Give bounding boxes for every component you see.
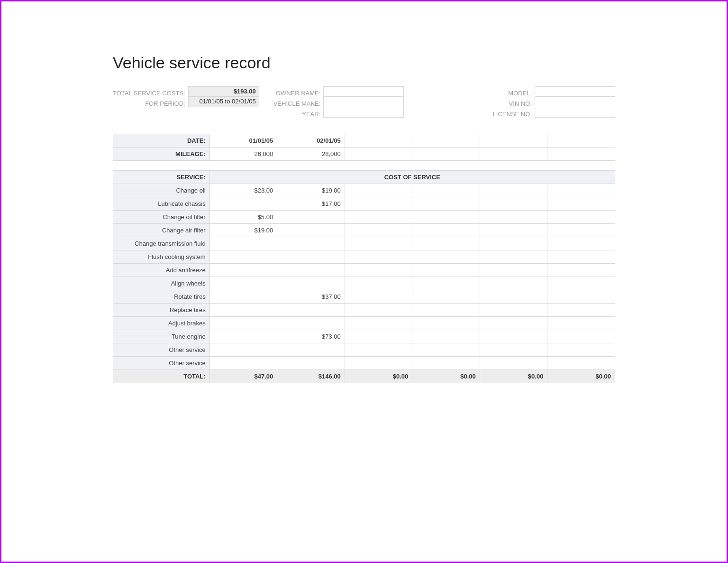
service-cost-cell[interactable] <box>412 250 480 264</box>
service-cost-cell[interactable] <box>480 304 547 317</box>
service-cost-cell[interactable] <box>277 317 345 330</box>
service-cost-cell[interactable] <box>547 237 615 250</box>
input-year[interactable] <box>323 107 404 118</box>
service-cost-cell[interactable] <box>547 250 615 264</box>
service-cost-cell[interactable] <box>412 224 480 237</box>
input-vin-no[interactable] <box>535 97 615 107</box>
service-cost-cell[interactable] <box>277 211 345 224</box>
service-cost-cell[interactable] <box>209 304 277 317</box>
service-cost-cell[interactable] <box>345 304 412 317</box>
service-cost-cell[interactable] <box>547 317 615 330</box>
service-cost-cell[interactable] <box>345 250 412 264</box>
service-cost-cell[interactable] <box>480 237 547 250</box>
service-cost-cell[interactable] <box>412 211 480 224</box>
service-cost-cell[interactable] <box>209 343 277 357</box>
service-cost-cell[interactable] <box>412 237 480 250</box>
service-cost-cell[interactable] <box>345 197 412 211</box>
service-cost-cell[interactable] <box>277 237 345 250</box>
service-cost-cell[interactable] <box>345 357 412 370</box>
service-cost-cell[interactable] <box>412 343 480 357</box>
service-cost-cell[interactable]: $5.00 <box>209 211 277 224</box>
service-cost-cell[interactable] <box>277 343 345 357</box>
service-cost-cell[interactable] <box>277 277 345 290</box>
service-cost-cell[interactable] <box>480 330 547 343</box>
service-cost-cell[interactable] <box>547 224 615 237</box>
date-col-4[interactable] <box>480 134 547 148</box>
service-cost-cell[interactable] <box>412 184 480 197</box>
service-cost-cell[interactable] <box>345 184 412 197</box>
date-col-1[interactable]: 02/01/05 <box>277 134 345 148</box>
service-cost-cell[interactable] <box>412 330 480 343</box>
service-cost-cell[interactable]: $19.00 <box>209 224 277 237</box>
service-cost-cell[interactable] <box>345 211 412 224</box>
service-cost-cell[interactable] <box>345 264 412 277</box>
service-cost-cell[interactable] <box>480 290 547 304</box>
mileage-col-5[interactable] <box>547 148 615 161</box>
service-cost-cell[interactable] <box>345 343 412 357</box>
service-cost-cell[interactable] <box>209 330 277 343</box>
date-col-2[interactable] <box>345 134 412 148</box>
service-cost-cell[interactable] <box>345 290 412 304</box>
service-cost-cell[interactable] <box>209 250 277 264</box>
service-cost-cell[interactable] <box>480 343 547 357</box>
service-cost-cell[interactable] <box>547 184 615 197</box>
service-cost-cell[interactable]: $23.00 <box>209 184 277 197</box>
service-cost-cell[interactable] <box>547 211 615 224</box>
service-cost-cell[interactable] <box>277 264 345 277</box>
service-cost-cell[interactable] <box>480 224 547 237</box>
service-cost-cell[interactable] <box>412 277 480 290</box>
service-cost-cell[interactable] <box>547 343 615 357</box>
service-cost-cell[interactable] <box>412 317 480 330</box>
service-cost-cell[interactable] <box>547 330 615 343</box>
service-cost-cell[interactable] <box>277 357 345 370</box>
service-cost-cell[interactable] <box>345 330 412 343</box>
service-cost-cell[interactable]: $37.00 <box>277 290 345 304</box>
service-cost-cell[interactable] <box>277 224 345 237</box>
service-cost-cell[interactable] <box>412 357 480 370</box>
service-cost-cell[interactable] <box>480 277 547 290</box>
date-col-3[interactable] <box>412 134 480 148</box>
input-license-no[interactable] <box>535 107 615 118</box>
service-cost-cell[interactable] <box>209 237 277 250</box>
service-cost-cell[interactable] <box>345 277 412 290</box>
service-cost-cell[interactable] <box>345 237 412 250</box>
service-cost-cell[interactable] <box>412 290 480 304</box>
input-vehicle-make[interactable] <box>323 97 404 107</box>
date-col-5[interactable] <box>547 134 615 148</box>
mileage-col-2[interactable] <box>345 148 412 161</box>
service-cost-cell[interactable] <box>412 304 480 317</box>
service-cost-cell[interactable] <box>547 290 615 304</box>
service-cost-cell[interactable]: $19.00 <box>277 184 345 197</box>
service-cost-cell[interactable] <box>547 197 615 211</box>
date-col-0[interactable]: 01/01/05 <box>209 134 277 148</box>
service-cost-cell[interactable] <box>209 290 277 304</box>
service-cost-cell[interactable] <box>345 224 412 237</box>
mileage-col-3[interactable] <box>412 148 480 161</box>
service-cost-cell[interactable] <box>277 304 345 317</box>
service-cost-cell[interactable] <box>480 197 547 211</box>
service-cost-cell[interactable] <box>209 264 277 277</box>
service-cost-cell[interactable] <box>480 264 547 277</box>
service-cost-cell[interactable] <box>209 197 277 211</box>
service-cost-cell[interactable] <box>412 264 480 277</box>
service-cost-cell[interactable] <box>277 250 345 264</box>
service-cost-cell[interactable] <box>480 317 547 330</box>
input-model[interactable] <box>535 86 615 97</box>
service-cost-cell[interactable]: $73.00 <box>277 330 345 343</box>
service-cost-cell[interactable] <box>547 304 615 317</box>
mileage-col-4[interactable] <box>480 148 547 161</box>
service-cost-cell[interactable] <box>209 277 277 290</box>
service-cost-cell[interactable] <box>480 211 547 224</box>
mileage-col-1[interactable]: 28,000 <box>277 148 345 161</box>
service-cost-cell[interactable] <box>209 357 277 370</box>
service-cost-cell[interactable] <box>547 277 615 290</box>
service-cost-cell[interactable] <box>480 357 547 370</box>
service-cost-cell[interactable] <box>412 197 480 211</box>
service-cost-cell[interactable] <box>480 250 547 264</box>
mileage-col-0[interactable]: 26,000 <box>209 148 277 161</box>
service-cost-cell[interactable] <box>345 317 412 330</box>
service-cost-cell[interactable] <box>209 317 277 330</box>
input-owner-name[interactable] <box>323 86 404 97</box>
service-cost-cell[interactable] <box>547 264 615 277</box>
service-cost-cell[interactable] <box>480 184 547 197</box>
